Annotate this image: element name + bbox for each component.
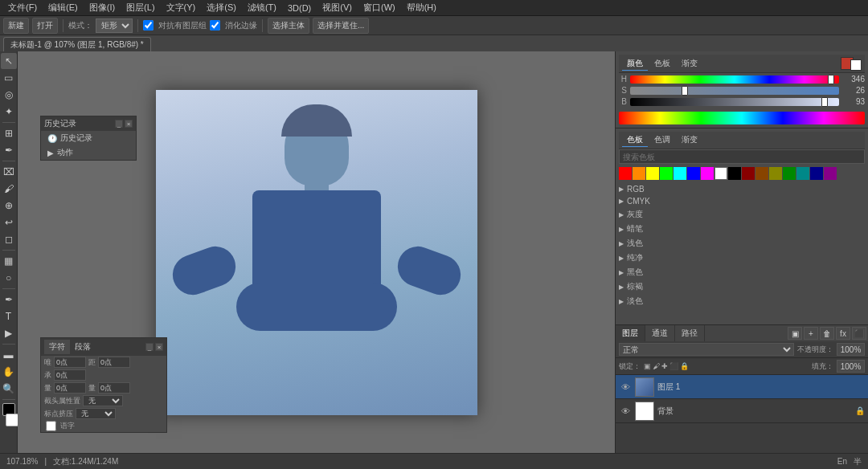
swatch-dark-red[interactable] xyxy=(742,167,755,180)
menu-layer[interactable]: 图层(L) xyxy=(121,0,159,15)
s-slider-thumb[interactable] xyxy=(682,86,688,96)
char-tab-character[interactable]: 字符 xyxy=(44,340,70,354)
tool-eraser[interactable]: ◻ xyxy=(1,231,17,247)
toolbar-new-btn[interactable]: 新建 xyxy=(3,18,29,34)
layer-2-eye[interactable]: 👁 xyxy=(619,405,632,418)
swatch-green[interactable] xyxy=(660,167,673,180)
swatch-red[interactable] xyxy=(619,167,632,180)
swatch-magenta[interactable] xyxy=(701,167,714,180)
char-kern-input[interactable] xyxy=(98,357,130,368)
swatch-cyan[interactable] xyxy=(674,167,686,180)
tool-path-select[interactable]: ▶ xyxy=(1,325,17,341)
menu-window[interactable]: 窗口(W) xyxy=(358,0,400,15)
layer-1-eye[interactable]: 👁 xyxy=(619,381,632,394)
toolbar-open-btn[interactable]: 打开 xyxy=(32,18,58,34)
s-slider-track[interactable] xyxy=(630,87,839,95)
tool-dodge[interactable]: ○ xyxy=(1,270,17,286)
h-slider-track[interactable] xyxy=(630,75,839,84)
layers-tab-channels[interactable]: 通道 xyxy=(645,325,675,341)
tool-zoom[interactable]: 🔍 xyxy=(1,381,17,397)
layers-tab-paths[interactable]: 路径 xyxy=(675,325,705,341)
doc-tab-active[interactable]: 未标题-1 @ 107% (图层 1, RGB/8#) * xyxy=(3,37,151,51)
tool-crop[interactable]: ⊞ xyxy=(1,125,17,141)
b-slider-thumb[interactable] xyxy=(821,97,828,107)
char-tracking-input[interactable] xyxy=(54,357,86,368)
tool-history-brush[interactable]: ↩ xyxy=(1,214,17,230)
history-minimize-btn[interactable]: _ xyxy=(115,120,123,128)
tool-heal[interactable]: ⌧ xyxy=(1,164,17,180)
swatch-group-grayscale[interactable]: ▶ 灰度 xyxy=(619,207,865,222)
tool-select-rect[interactable]: ▭ xyxy=(1,70,17,86)
tool-magic-wand[interactable]: ✦ xyxy=(1,104,17,120)
tool-gradient[interactable]: ▦ xyxy=(1,253,17,269)
swatch-blue[interactable] xyxy=(687,167,700,180)
antialias-checkbox[interactable] xyxy=(143,20,154,31)
tool-move[interactable]: ↖ xyxy=(1,53,17,69)
swatch-group-black[interactable]: ▶ 黑色 xyxy=(619,265,865,279)
char-close-btn[interactable]: × xyxy=(155,343,163,351)
select-subject-btn[interactable]: 选择主体 xyxy=(268,18,309,34)
menu-view[interactable]: 视图(V) xyxy=(317,0,357,15)
swatch-purple[interactable] xyxy=(824,167,837,180)
swatch-group-cmyk[interactable]: ▶ CMYK xyxy=(619,195,865,207)
swatch-olive[interactable] xyxy=(769,167,782,180)
swatch-group-pure[interactable]: ▶ 纯净 xyxy=(619,251,865,265)
history-close-btn[interactable]: × xyxy=(125,120,133,128)
tool-background-color[interactable] xyxy=(6,414,18,426)
swatches-search[interactable] xyxy=(619,149,865,164)
history-panel-header[interactable]: 历史记录 _ × xyxy=(41,116,136,131)
swatch-teal[interactable] xyxy=(796,167,809,180)
swatch-dark-green[interactable] xyxy=(783,167,796,180)
layer-item-2[interactable]: 👁 背景 🔒 xyxy=(616,399,868,423)
tool-brush[interactable]: 🖌 xyxy=(1,181,17,197)
swatch-group-rgb[interactable]: ▶ RGB xyxy=(619,183,865,195)
lock-image-icon[interactable]: 🖌 xyxy=(653,362,660,370)
tool-text[interactable]: T xyxy=(1,308,17,324)
swatch-group-sepia[interactable]: ▶ 棕褐 xyxy=(619,279,865,294)
layers-fx-btn[interactable]: fx xyxy=(836,327,850,340)
color-tab-color[interactable]: 颜色 xyxy=(622,57,648,71)
char-attr-select[interactable]: 无 xyxy=(83,395,123,406)
b-slider-track[interactable] xyxy=(630,98,839,106)
canvas-document[interactable] xyxy=(156,90,477,415)
feather-checkbox[interactable] xyxy=(210,20,220,31)
swatch-yellow[interactable] xyxy=(646,167,659,180)
layers-new-group-btn[interactable]: ▣ xyxy=(788,327,802,340)
menu-help[interactable]: 帮助(H) xyxy=(402,0,441,15)
tool-pen[interactable]: ✒ xyxy=(1,292,17,308)
select-mask-btn[interactable]: 选择并遮住... xyxy=(313,18,369,34)
lock-all-icon[interactable]: 🔒 xyxy=(680,362,689,370)
tool-lasso[interactable]: ◎ xyxy=(1,87,17,103)
char-minimize-btn[interactable]: _ xyxy=(145,343,154,351)
swatch-group-light[interactable]: ▶ 浅色 xyxy=(619,236,865,251)
history-item-history[interactable]: 🕐 历史记录 xyxy=(41,131,136,145)
swatch-group-crayon[interactable]: ▶ 蜡笔 xyxy=(619,222,865,236)
color-spectrum-bar[interactable] xyxy=(619,112,865,124)
h-slider-thumb[interactable] xyxy=(828,75,834,84)
menu-image[interactable]: 图像(I) xyxy=(84,0,120,15)
blend-mode-select[interactable]: 正常 溶解 变暗 正片叠底 xyxy=(619,343,794,356)
menu-filter[interactable]: 滤镜(T) xyxy=(243,0,281,15)
swatches-tab-swatches[interactable]: 色板 xyxy=(622,133,648,147)
layers-mask-btn[interactable]: ⬛ xyxy=(852,327,866,340)
menu-3d[interactable]: 3D(D) xyxy=(283,0,316,15)
char-scale2-input[interactable] xyxy=(98,382,130,394)
char-scale-input[interactable] xyxy=(54,369,86,381)
lock-transparent-icon[interactable]: ▣ xyxy=(644,362,651,370)
opacity-input[interactable] xyxy=(837,343,865,356)
tool-hand[interactable]: ✋ xyxy=(1,364,17,380)
char-tab-paragraph[interactable]: 段落 xyxy=(70,340,96,354)
history-item-actions[interactable]: ▶ 动作 xyxy=(41,145,136,160)
color-tab-swatches[interactable]: 色板 xyxy=(649,57,675,71)
layers-tab-layers[interactable]: 图层 xyxy=(616,325,645,341)
lock-artboard-icon[interactable]: ⬛ xyxy=(669,362,678,370)
swatch-white[interactable] xyxy=(714,167,727,180)
char-ruby-checkbox[interactable] xyxy=(46,421,56,431)
menu-edit[interactable]: 编辑(E) xyxy=(43,0,83,15)
background-color-swatch[interactable] xyxy=(850,59,862,71)
mode-select[interactable]: 矩形 椭圆 套索 xyxy=(96,18,133,33)
swatch-black[interactable] xyxy=(728,167,741,180)
swatch-dark-orange[interactable] xyxy=(755,167,768,180)
swatches-tab-tones[interactable]: 色调 xyxy=(649,133,675,147)
color-tab-gradient[interactable]: 渐变 xyxy=(677,57,702,71)
